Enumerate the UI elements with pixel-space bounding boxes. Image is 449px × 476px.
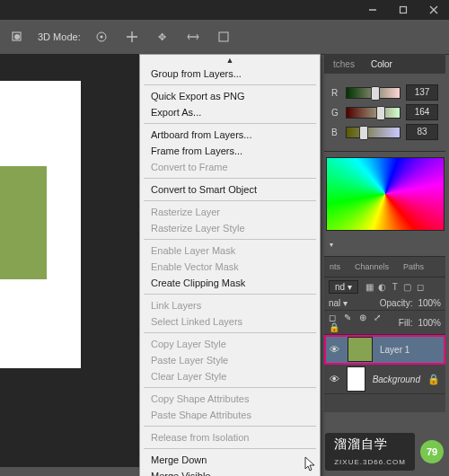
layer-context-menu: ▲ Group from Layers...Quick Export as PN…	[139, 54, 321, 476]
layer-filter-icons[interactable]: ▦◐T▢◻	[364, 282, 427, 292]
watermark-badge: 79	[420, 440, 444, 463]
menu-item[interactable]: Quick Export as PNG	[140, 88, 320, 104]
layer-name[interactable]: Layer 1	[380, 345, 409, 355]
menu-item: Enable Vector Mask	[140, 259, 320, 275]
opacity-label: Opacity:	[380, 298, 413, 308]
slide-icon[interactable]	[183, 27, 203, 47]
svg-rect-1	[401, 7, 407, 13]
swatches-tab[interactable]: tches	[333, 59, 355, 69]
spectrum-panel: ▾	[324, 152, 445, 257]
green-rectangle[interactable]	[0, 166, 47, 279]
lock-icons[interactable]: ◻ ✎ ⊕ ⤢ 🔒	[329, 313, 393, 332]
layer-row[interactable]: 👁Layer 1	[324, 335, 445, 365]
right-panels: tches Color R137G164B83 ▾ nts Channels P…	[324, 54, 445, 476]
menu-item[interactable]: Merge Down	[140, 452, 320, 468]
color-spectrum[interactable]	[326, 157, 445, 231]
menu-item[interactable]: Frame from Layers...	[140, 143, 320, 159]
mode-label: 3D Mode:	[38, 31, 81, 42]
scale-icon[interactable]	[214, 27, 233, 47]
fill-value[interactable]: 100%	[418, 318, 441, 328]
layer-thumb	[347, 366, 365, 392]
menu-item: Link Layers	[140, 297, 320, 313]
visibility-icon[interactable]: 👁	[330, 344, 340, 355]
spectrum-dropdown[interactable]: ▾	[330, 241, 333, 249]
color-slider[interactable]	[346, 107, 401, 119]
menu-item[interactable]: Create Clipping Mask	[140, 275, 320, 291]
fill-label: Fill:	[399, 318, 413, 328]
3d-icon[interactable]	[7, 27, 27, 47]
menu-item: Paste Shape Attributes	[140, 407, 320, 423]
canvas-area[interactable]	[0, 54, 139, 467]
move-icon[interactable]: ✥	[153, 27, 172, 47]
svg-point-7	[100, 36, 102, 39]
menu-item[interactable]: Group from Layers...	[140, 66, 320, 82]
watermark-site: ZIXUE.3D66.COM	[334, 458, 406, 466]
menu-item: Copy Shape Attributes	[140, 391, 320, 407]
menu-item: Paste Layer Style	[140, 352, 320, 368]
color-slider[interactable]	[346, 87, 401, 99]
visibility-icon[interactable]: 👁	[330, 374, 339, 384]
layer-filter-select[interactable]: nd ▾	[329, 280, 358, 294]
titlebar	[0, 0, 449, 20]
menu-item[interactable]: Export As...	[140, 104, 320, 120]
slider-label: G	[331, 108, 340, 118]
watermark-brand: 溜溜自学	[334, 436, 388, 451]
menu-item: Release from Isolation	[140, 429, 320, 445]
layer-name[interactable]: Background	[373, 375, 420, 384]
color-value[interactable]: 164	[406, 104, 438, 120]
watermark: 溜溜自学 ZIXUE.3D66.COM 79	[325, 433, 444, 471]
svg-rect-8	[219, 32, 228, 41]
menu-item[interactable]: Convert to Smart Object	[140, 181, 320, 198]
svg-point-5	[14, 34, 20, 40]
menu-item[interactable]: Artboard from Layers...	[140, 127, 320, 143]
menu-item: Convert to Frame	[140, 159, 320, 175]
menu-item: Enable Layer Mask	[140, 242, 320, 259]
menu-item: Clear Layer Style	[140, 368, 320, 384]
tab-paths[interactable]: Paths	[403, 262, 424, 271]
layer-row[interactable]: 👁Background🔒	[324, 365, 445, 394]
color-value[interactable]: 83	[406, 124, 438, 140]
menu-item[interactable]: Merge Visible	[140, 468, 320, 476]
slider-label: B	[331, 128, 340, 137]
tab-nts[interactable]: nts	[330, 262, 340, 271]
cursor-icon	[304, 456, 315, 472]
menu-item: Select Linked Layers	[140, 313, 320, 330]
color-tab[interactable]: Color	[371, 59, 392, 69]
color-panel: R137G164B83	[324, 74, 445, 152]
menu-item: Copy Layer Style	[140, 336, 320, 352]
artboard[interactable]	[0, 81, 81, 368]
maximize-button[interactable]	[388, 0, 418, 20]
lock-icon: 🔒	[427, 374, 440, 385]
layer-thumb	[348, 337, 373, 362]
color-panel-tabs: tches Color	[324, 54, 445, 74]
opacity-value[interactable]: 100%	[418, 298, 441, 308]
menu-item: Rasterize Layer	[140, 204, 320, 220]
orbit-icon[interactable]	[92, 27, 111, 47]
color-value[interactable]: 137	[406, 84, 438, 101]
layers-panel: nd ▾ ▦◐T▢◻ nal ▾ Opacity: 100% ◻ ✎ ⊕ ⤢ 🔒…	[324, 278, 445, 412]
blend-mode-select[interactable]: nal ▾	[329, 298, 348, 308]
menu-item: Rasterize Layer Style	[140, 220, 320, 236]
color-slider[interactable]	[346, 127, 401, 138]
tab-channels[interactable]: Channels	[355, 262, 389, 271]
minimize-button[interactable]	[357, 0, 388, 20]
options-bar: 3D Mode: ✥	[0, 20, 449, 55]
pan-icon[interactable]	[122, 27, 142, 47]
layers-panel-tabs: nts Channels Paths	[324, 257, 445, 278]
scroll-up-arrow[interactable]: ▲	[140, 55, 320, 66]
slider-label: R	[331, 88, 340, 98]
close-button[interactable]	[418, 0, 449, 20]
